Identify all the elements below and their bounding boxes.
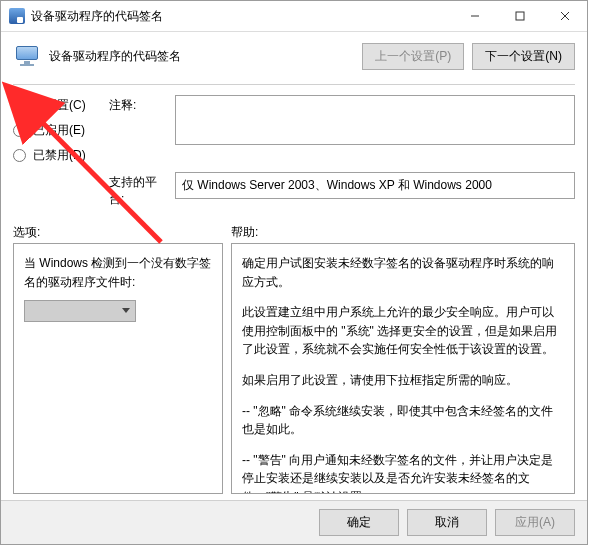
dialog-window: 设备驱动程序的代码签名: [0, 0, 588, 545]
help-paragraph: 如果启用了此设置，请使用下拉框指定所需的响应。: [242, 371, 564, 390]
radio-disabled[interactable]: 已禁用(D): [13, 147, 103, 164]
minimize-icon: [470, 11, 480, 21]
radio-enabled[interactable]: 已启用(E): [13, 122, 103, 139]
help-paragraph: 此设置建立组中用户系统上允许的最少安全响应。用户可以使用控制面板中的 "系统" …: [242, 303, 564, 359]
panes: 当 Windows 检测到一个没有数字签名的驱动程序文件时: 确定用户试图安装未…: [13, 243, 575, 494]
platform-field-wrap: 仅 Windows Server 2003、Windows XP 和 Windo…: [175, 172, 575, 199]
heading-row: 设备驱动程序的代码签名 上一个设置(P) 下一个设置(N): [13, 42, 575, 70]
footer: 确定 取消 应用(A): [1, 500, 587, 544]
pane-labels: 选项: 帮助:: [13, 224, 575, 241]
comment-field-wrap: [175, 95, 575, 148]
platform-label: 支持的平台:: [109, 172, 169, 208]
svg-rect-1: [516, 12, 524, 20]
radio-enabled-label: 已启用(E): [33, 122, 85, 139]
radio-enabled-input[interactable]: [13, 124, 26, 137]
dialog-content: 设备驱动程序的代码签名 上一个设置(P) 下一个设置(N) 未配置(C) 已启用…: [1, 32, 587, 500]
titlebar: 设备驱动程序的代码签名: [1, 1, 587, 32]
radio-not-configured-label: 未配置(C): [33, 97, 86, 114]
help-pane: 确定用户试图安装未经数字签名的设备驱动程序时系统的响应方式。此设置建立组中用户系…: [231, 243, 575, 494]
app-icon: [9, 8, 25, 24]
ok-button[interactable]: 确定: [319, 509, 399, 536]
radio-group: 未配置(C) 已启用(E) 已禁用(D): [13, 95, 103, 164]
next-setting-button[interactable]: 下一个设置(N): [472, 43, 575, 70]
apply-button[interactable]: 应用(A): [495, 509, 575, 536]
divider: [13, 84, 575, 85]
supported-platform-text: 仅 Windows Server 2003、Windows XP 和 Windo…: [182, 177, 492, 194]
options-dropdown[interactable]: [24, 300, 136, 322]
config-grid: 未配置(C) 已启用(E) 已禁用(D) 注释: 支持的平台: 仅 Window…: [13, 95, 575, 208]
supported-platform-box: 仅 Windows Server 2003、Windows XP 和 Windo…: [175, 172, 575, 199]
help-label: 帮助:: [231, 224, 575, 241]
prev-setting-button[interactable]: 上一个设置(P): [362, 43, 464, 70]
options-text: 当 Windows 检测到一个没有数字签名的驱动程序文件时:: [24, 254, 212, 292]
radio-disabled-label: 已禁用(D): [33, 147, 86, 164]
options-label: 选项:: [13, 224, 231, 241]
nav-buttons: 上一个设置(P) 下一个设置(N): [362, 43, 575, 70]
maximize-icon: [515, 11, 525, 21]
comment-textarea[interactable]: [175, 95, 575, 145]
radio-not-configured[interactable]: 未配置(C): [13, 97, 103, 114]
radio-disabled-input[interactable]: [13, 149, 26, 162]
window-buttons: [452, 1, 587, 31]
minimize-button[interactable]: [452, 1, 497, 31]
cancel-button[interactable]: 取消: [407, 509, 487, 536]
options-pane: 当 Windows 检测到一个没有数字签名的驱动程序文件时:: [13, 243, 223, 494]
policy-icon: [13, 42, 41, 70]
comment-label: 注释:: [109, 95, 169, 114]
radio-not-configured-input[interactable]: [13, 99, 26, 112]
maximize-button[interactable]: [497, 1, 542, 31]
heading-text: 设备驱动程序的代码签名: [49, 48, 362, 65]
help-paragraph: -- "警告" 向用户通知未经数字签名的文件，并让用户决定是停止安装还是继续安装…: [242, 451, 564, 494]
help-paragraph: -- "忽略" 命令系统继续安装，即使其中包含未经签名的文件也是如此。: [242, 402, 564, 439]
close-icon: [560, 11, 570, 21]
help-paragraph: 确定用户试图安装未经数字签名的设备驱动程序时系统的响应方式。: [242, 254, 564, 291]
window-title: 设备驱动程序的代码签名: [31, 8, 452, 25]
close-button[interactable]: [542, 1, 587, 31]
